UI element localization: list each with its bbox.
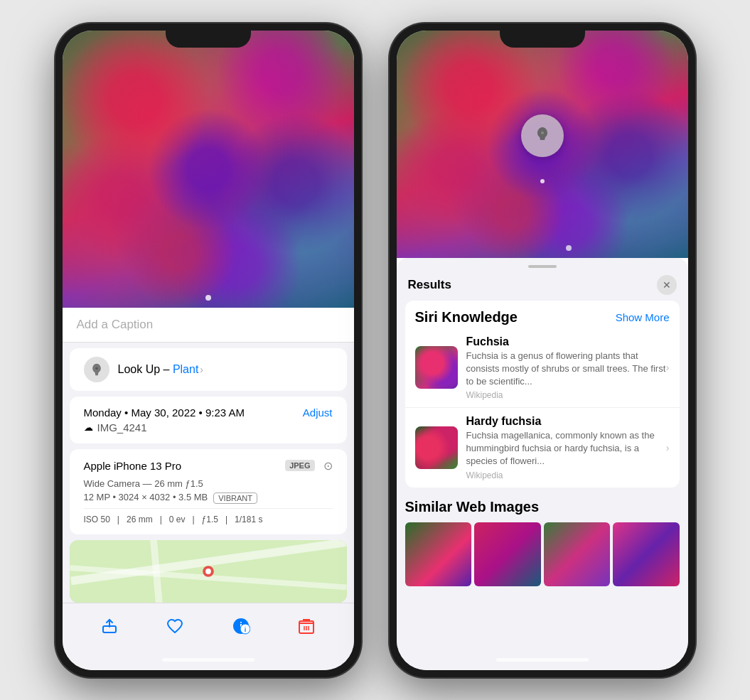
svg-text:i: i [244,626,246,633]
similar-image-3[interactable] [544,522,611,586]
exif-shutter: 1/181 s [235,515,262,524]
lookup-subject: Plant [173,363,198,375]
lookup-row[interactable]: Look Up – Plant› [70,348,347,391]
right-phone: Results ✕ Siri Knowledge Show More [390,23,695,677]
fuchsia-description: Fuchsia is a genus of flowering plants t… [466,350,670,389]
siri-visual-icon [521,114,564,157]
right-phone-screen: Results ✕ Siri Knowledge Show More [397,31,688,670]
cloud-icon: ☁ [84,422,93,433]
siri-knowledge-header: Siri Knowledge Show More [405,301,680,328]
home-indicator[interactable] [162,658,255,662]
hardy-content: Hardy fuchsia Fuchsia magellanica, commo… [466,415,670,480]
adjust-button[interactable]: Adjust [303,406,333,419]
siri-dot [540,179,545,183]
lookup-chevron: › [200,364,203,375]
svg-point-13 [541,131,544,134]
date-text: Monday • May 30, 2022 • 9:23 AM [84,406,245,419]
hardy-thumb [415,426,458,469]
right-photo-display[interactable] [397,31,688,258]
fuchsia-chevron: › [666,362,670,373]
style-badge: VIBRANT [213,492,257,504]
results-sheet: Results ✕ Siri Knowledge Show More [397,258,688,670]
exif-row: ISO 50 | 26 mm | 0 ev | ƒ1.5 | 1/181 s [84,508,333,524]
results-title: Results [408,278,451,292]
exif-iso: ISO 50 [84,515,110,524]
exif-aperture: ƒ1.5 [202,515,218,524]
hardy-description: Fuchsia magellanica, commonly known as t… [466,429,670,468]
photo-page-dot-right [566,245,572,251]
similar-images-section: Similar Web Images [397,493,688,592]
left-phone-screen: Add a Caption Look Up – Plant› [63,31,354,670]
fuchsia-thumb [415,346,458,389]
knowledge-item-fuchsia[interactable]: Fuchsia Fuchsia is a genus of flowering … [405,328,680,409]
camera-name: Apple iPhone 13 Pro [84,460,182,472]
lens-icon: ⊙ [323,459,333,473]
like-button[interactable] [159,610,191,642]
caption-input[interactable]: Add a Caption [77,318,154,331]
lookup-label: Look Up – Plant› [118,363,204,376]
similar-image-4[interactable] [613,522,680,586]
mp-detail: 12 MP • 3024 × 4032 • 3.5 MB [84,492,208,502]
map-preview[interactable] [70,540,347,603]
caption-area[interactable]: Add a Caption [63,308,354,343]
photo-info-scroll[interactable]: Add a Caption Look Up – Plant› [63,308,354,603]
lens-detail: Wide Camera — 26 mm ƒ1.5 [84,478,333,489]
filename-text: IMG_4241 [97,421,147,434]
hardy-chevron: › [666,442,670,453]
photo-display[interactable] [63,31,354,308]
svg-point-0 [95,367,97,369]
camera-section: Apple iPhone 13 Pro JPEG ⊙ Wide Camera —… [70,449,347,534]
similar-title: Similar Web Images [405,493,680,522]
close-button[interactable]: ✕ [657,275,677,295]
left-phone: Add a Caption Look Up – Plant› [55,23,361,677]
similar-image-2[interactable] [474,522,541,586]
knowledge-item-hardy[interactable]: Hardy fuchsia Fuchsia magellanica, commo… [405,408,680,488]
info-button[interactable]: i i [225,610,257,642]
show-more-button[interactable]: Show More [616,311,670,323]
delete-button[interactable] [291,610,322,642]
siri-knowledge-title: Siri Knowledge [415,309,518,325]
exif-ev: 0 ev [169,515,186,524]
right-home-indicator[interactable] [496,658,589,662]
photo-page-dot [205,295,211,301]
siri-knowledge-section: Siri Knowledge Show More Fuchsia Fuchsia… [405,301,680,488]
results-header: Results ✕ [397,268,688,301]
fuchsia-source: Wikipedia [466,390,670,400]
share-button[interactable] [94,610,125,642]
similar-image-1[interactable] [405,522,472,586]
hardy-title: Hardy fuchsia [466,415,670,428]
format-badge: JPEG [285,460,314,471]
date-section: Monday • May 30, 2022 • 9:23 AM Adjust ☁… [70,397,347,443]
fuchsia-title: Fuchsia [466,335,670,348]
hardy-source: Wikipedia [466,470,670,480]
similar-images-grid [405,522,680,586]
exif-focal: 26 mm [127,515,153,524]
lookup-icon [84,357,109,382]
fuchsia-content: Fuchsia Fuchsia is a genus of flowering … [466,335,670,401]
svg-point-6 [205,569,211,574]
